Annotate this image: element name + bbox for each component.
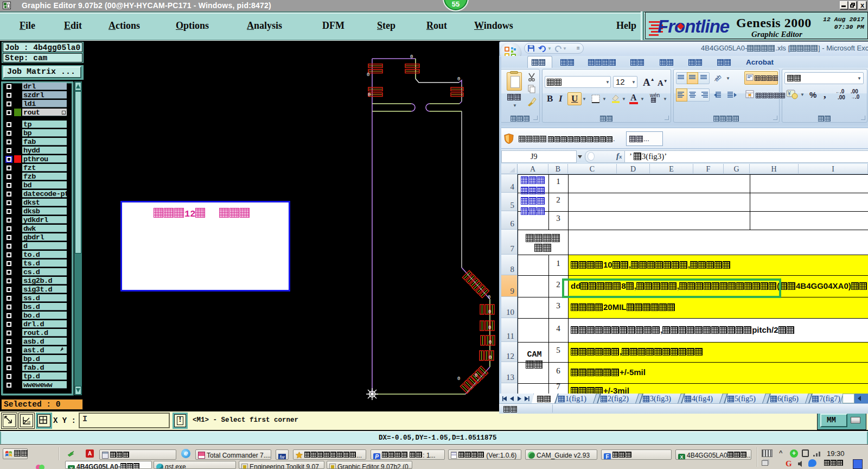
svg-text:0: 0 <box>475 373 477 378</box>
svg-text:0: 0 <box>488 309 491 315</box>
svg-text:0: 0 <box>410 54 413 60</box>
svg-text:ok: ok <box>27 420 31 423</box>
svg-text:0: 0 <box>488 295 490 300</box>
svg-text:0: 0 <box>488 325 491 331</box>
svg-text:0: 0 <box>367 72 369 78</box>
svg-text:¥: ¥ <box>787 91 791 97</box>
svg-text:0: 0 <box>457 376 460 382</box>
svg-text:0: 0 <box>368 92 371 98</box>
svg-text:0: 0 <box>489 340 492 345</box>
svg-text:0: 0 <box>489 355 492 360</box>
svg-text:0: 0 <box>457 77 460 82</box>
svg-text:ab: ab <box>713 73 723 83</box>
